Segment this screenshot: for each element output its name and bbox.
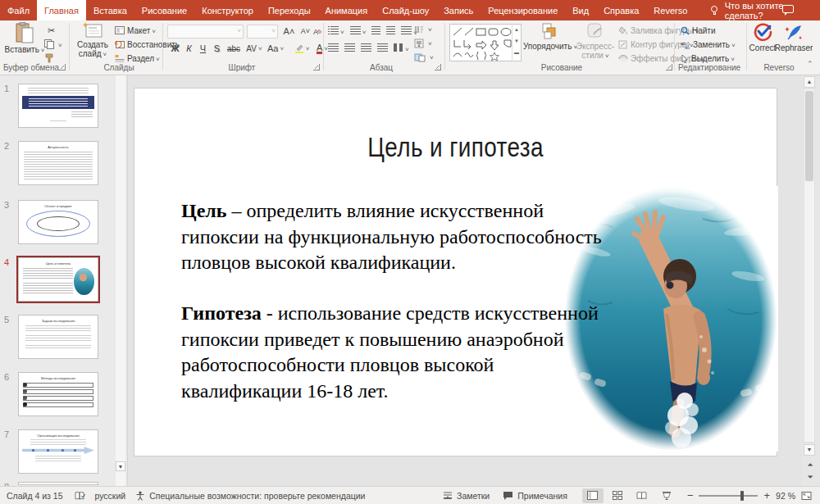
shrink-font-button[interactable]: A˅ [298, 25, 312, 38]
slide-thumbnail-2[interactable]: Актуальность [18, 141, 98, 185]
thumb3-inner-oval [37, 216, 80, 231]
font-size-combo[interactable] [247, 25, 278, 39]
bold-button[interactable]: Ж [168, 42, 182, 56]
replace-button[interactable]: abac Заменить [681, 38, 736, 51]
increase-indent-button[interactable] [386, 26, 395, 36]
align-left-button[interactable] [328, 43, 339, 53]
tab-reverso[interactable]: Reverso [646, 0, 695, 20]
layout-button[interactable]: Макет [115, 24, 156, 37]
tab-animations[interactable]: Анимация [318, 0, 376, 20]
tab-design[interactable]: Конструктор [194, 0, 261, 20]
view-sorter-button[interactable] [607, 488, 628, 503]
accessibility-checker[interactable]: Специальные возможности: проверьте реком… [135, 491, 365, 501]
clear-format-button[interactable]: A [313, 25, 323, 38]
language-button[interactable]: русский [95, 491, 126, 501]
tab-transitions[interactable]: Переходы [261, 0, 318, 20]
change-case-button[interactable]: Aa [265, 42, 286, 56]
collapse-ribbon-button[interactable]: ⌃ [807, 60, 813, 68]
paste-label: Вставить [4, 45, 44, 55]
slide-body-text[interactable]: Цель – определить влияние искусственной … [181, 198, 614, 405]
font-name-combo[interactable] [167, 25, 244, 39]
slide-canvas[interactable]: Цель и гипотеза Цель – определить влияни… [134, 88, 777, 456]
highlight-color-button[interactable] [291, 42, 312, 56]
fit-to-window-icon[interactable] [801, 491, 812, 501]
slide-counter[interactable]: Слайд 4 из 15 [7, 491, 63, 501]
reverso-correct-button[interactable]: Correct [749, 22, 776, 61]
cut-button[interactable]: ✂ [44, 24, 58, 37]
comments-bubble-icon[interactable] [782, 5, 794, 13]
view-slideshow-button[interactable] [656, 488, 677, 503]
shapes-scroll[interactable]: ▲▼▬ [512, 24, 521, 61]
text-shadow-button[interactable]: S [210, 42, 224, 56]
numbering-button[interactable] [350, 26, 367, 36]
zoom-slider-handle[interactable] [740, 491, 744, 501]
find-button[interactable]: Найти [681, 24, 716, 37]
view-normal-button[interactable] [582, 488, 604, 503]
slide-thumbnail-8[interactable] [18, 482, 98, 485]
notes-button[interactable]: Заметки [443, 491, 490, 501]
tab-insert[interactable]: Вставка [86, 0, 134, 20]
zoom-out-button[interactable]: − [687, 489, 694, 502]
tab-review[interactable]: Рецензирование [481, 0, 565, 20]
slideshow-icon [662, 491, 672, 500]
grow-font-button[interactable]: A˄ [282, 25, 296, 38]
underline-button[interactable]: Ч [196, 42, 210, 56]
scroll-up-icon[interactable]: ▲ [804, 76, 815, 88]
tell-me-box[interactable]: Что вы хотите сделать? [709, 0, 820, 20]
tab-help[interactable]: Справка [596, 0, 646, 20]
slide-thumbnail-7[interactable]: Организация исследования [18, 429, 98, 474]
spellcheck-button[interactable] [75, 491, 85, 501]
bullets-button[interactable] [328, 26, 344, 36]
slide-thumbnail-6[interactable]: Методы исследования [18, 372, 98, 416]
tab-home[interactable]: Главная [37, 0, 86, 20]
main-scrollbar-track[interactable] [804, 89, 815, 443]
previous-slide-button[interactable]: ⏶⏷ [805, 459, 815, 484]
reverso-rephraser-button[interactable]: Rephraser [777, 22, 810, 61]
quick-styles-button[interactable]: Экспресс-стили [576, 22, 615, 61]
tab-record[interactable]: Запись [436, 0, 481, 20]
main-scrollbar-thumb[interactable] [805, 91, 813, 181]
shapes-gallery[interactable] [449, 24, 522, 61]
zoom-level[interactable]: 92 % [776, 491, 795, 501]
zoom-in-button[interactable]: + [763, 489, 770, 502]
align-center-button[interactable] [344, 43, 355, 53]
copy-button[interactable] [44, 38, 62, 51]
tab-draw[interactable]: Рисование [134, 0, 194, 20]
slide-title[interactable]: Цель и гипотеза [192, 131, 718, 163]
text-direction-button[interactable] [414, 23, 432, 36]
align-right-button[interactable] [361, 43, 371, 53]
italic-button[interactable]: К [182, 42, 196, 56]
char-spacing-button[interactable]: AV [244, 42, 265, 56]
view-reading-button[interactable] [631, 488, 653, 503]
smartart-button[interactable] [414, 51, 434, 64]
thumbnail-scrollbar[interactable]: ▼ [116, 75, 125, 486]
tab-file[interactable]: Файл [0, 0, 37, 20]
new-slide-button[interactable]: Создать слайд [74, 22, 112, 61]
svg-text:A: A [313, 28, 318, 36]
tab-slideshow[interactable]: Слайд-шоу [375, 0, 436, 20]
slide-thumbnail-4[interactable]: Цель и гипотеза [18, 257, 98, 302]
thumb6-box [23, 383, 93, 388]
slide-thumbnail-1[interactable] [18, 84, 98, 128]
thumb-number-3: 3 [4, 200, 14, 210]
comments-button[interactable]: Примечания [503, 491, 567, 501]
clipboard-dialog-launcher[interactable] [59, 64, 66, 70]
arrange-button[interactable]: Упорядочить [526, 22, 574, 61]
slide-thumbnail-3[interactable]: Объект и предмет [18, 200, 98, 244]
zoom-slider[interactable] [699, 495, 758, 497]
drawing-group-label: Рисование [525, 63, 599, 72]
drawing-dialog-launcher[interactable] [666, 64, 672, 70]
paragraph-dialog-launcher[interactable] [435, 64, 441, 70]
rephraser-feather-icon [784, 22, 804, 42]
tab-view[interactable]: Вид [565, 0, 596, 20]
columns-button[interactable] [394, 43, 409, 53]
decrease-indent-button[interactable] [371, 26, 380, 36]
font-dialog-launcher[interactable] [313, 64, 320, 70]
slide-thumbnail-5[interactable]: Задачи исследования [18, 315, 98, 359]
scroll-down-icon[interactable]: ▼ [804, 444, 815, 456]
justify-button[interactable] [377, 43, 388, 53]
strikethrough-button[interactable]: abc [224, 42, 244, 56]
paste-button[interactable]: Вставить [7, 22, 43, 61]
align-text-button[interactable] [414, 37, 432, 50]
thumbnail-scroll-down-icon[interactable]: ▼ [116, 461, 125, 471]
